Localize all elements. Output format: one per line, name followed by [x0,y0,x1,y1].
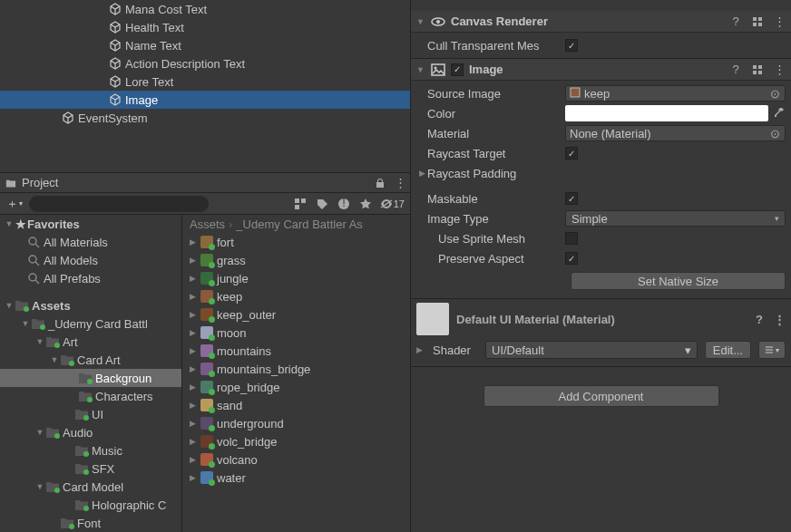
preserve-aspect-checkbox[interactable] [565,252,578,265]
breadcrumb[interactable]: Assets › _Udemy Card Battler As [182,215,410,233]
collapse-icon[interactable]: ▼ [416,17,425,26]
collapse-icon[interactable]: ▼ [416,65,425,74]
tree-folder-item[interactable]: ▼_Udemy Card Battl [0,314,181,333]
context-menu-button[interactable]: ⋮ [392,176,406,190]
expand-icon[interactable]: ▶ [190,455,200,464]
tree-folder-item[interactable]: ▼Audio [0,423,181,441]
hierarchy-item[interactable]: Health Text [0,18,410,36]
image-type-dropdown[interactable]: Simple ▾ [565,210,786,227]
preset-button[interactable] [751,15,764,28]
expand-icon[interactable]: ▶ [190,256,200,265]
asset-item[interactable]: ▶mountains [182,342,410,360]
color-field[interactable] [565,105,768,121]
context-menu-button[interactable]: ⋮ [773,313,786,325]
hierarchy-item[interactable]: Action Description Text [0,54,410,73]
help-button[interactable]: ? [729,15,742,28]
asset-item[interactable]: ▶jungle [182,269,410,287]
tree-folder-item[interactable]: ▼Card Art [0,351,181,369]
expand-icon[interactable]: ▼ [49,355,60,364]
expand-icon[interactable]: ▶ [190,310,200,319]
hierarchy-item[interactable]: Image [0,91,410,109]
asset-item[interactable]: ▶sand [182,396,410,414]
search-by-type-button[interactable] [291,196,309,212]
favorites-item[interactable]: All Prefabs [0,269,181,287]
create-asset-button[interactable]: ＋▾ [4,196,25,212]
hierarchy-item[interactable]: Mana Cost Text [0,0,410,18]
expand-icon[interactable]: ▶ [190,364,200,373]
shader-dropdown[interactable]: UI/Default ▾ [485,341,698,359]
asset-item[interactable]: ▶water [182,469,410,487]
hierarchy-item[interactable]: Lore Text [0,73,410,91]
asset-item[interactable]: ▶fort [182,233,410,251]
expand-icon[interactable]: ▶ [190,401,200,410]
set-native-size-button[interactable]: Set Native Size [571,272,786,290]
tree-folder-item[interactable]: Backgroun [0,369,181,387]
favorites-item[interactable]: All Models [0,251,181,269]
asset-item[interactable]: ▶underground [182,414,410,432]
eyedropper-button[interactable] [771,105,786,121]
asset-item[interactable]: ▶keep [182,287,410,305]
help-button[interactable]: ? [753,313,766,325]
expand-icon[interactable]: ▶ [190,346,200,355]
expand-icon[interactable]: ▶ [190,274,200,283]
asset-item[interactable]: ▶volc_bridge [182,432,410,450]
favorite-search-button[interactable] [356,196,375,212]
expand-icon[interactable]: ▶ [190,328,200,337]
hidden-count-button[interactable]: 17 [378,196,406,212]
save-search-button[interactable]: ! [335,196,353,212]
tree-folder-item[interactable]: SFX [0,459,181,478]
tree-folder-item[interactable]: ▼Art [0,333,181,351]
preset-button[interactable] [751,63,764,76]
expand-icon[interactable]: ▶ [190,292,200,301]
project-search-input[interactable] [29,196,209,212]
asset-item[interactable]: ▶volcano [182,450,410,469]
expand-icon[interactable]: ▼ [34,428,45,437]
expand-icon[interactable]: ▶ [190,382,200,392]
tree-folder-item[interactable]: UI [0,405,181,423]
context-menu-button[interactable]: ⋮ [773,15,786,28]
expand-icon[interactable]: ▶ [416,169,427,178]
edit-shader-button[interactable]: Edit... [705,341,751,359]
shader-list-button[interactable]: ▾ [758,341,786,359]
cull-transparent-checkbox[interactable] [565,39,578,52]
hierarchy-item[interactable]: EventSystem [0,109,410,127]
object-picker-button[interactable]: ⊙ [768,87,781,101]
asset-item[interactable]: ▶moon [182,324,410,342]
help-button[interactable]: ? [729,63,742,76]
use-sprite-mesh-checkbox[interactable] [565,232,578,245]
material-field[interactable]: None (Material) ⊙ [565,125,786,141]
expand-icon[interactable]: ▼ [4,219,15,228]
project-tree[interactable]: ▼ ★ Favorites All MaterialsAll ModelsAll… [0,215,181,532]
expand-icon[interactable]: ▼ [34,482,45,491]
asset-item[interactable]: ▶grass [182,251,410,269]
expand-icon[interactable]: ▶ [190,473,200,482]
tree-folder-item[interactable]: Holographic C [0,496,181,514]
favorites-item[interactable]: All Materials [0,233,181,251]
maskable-checkbox[interactable] [565,192,578,205]
context-menu-button[interactable]: ⋮ [773,63,786,76]
tree-folder-item[interactable]: Music [0,441,181,459]
tree-folder-item[interactable]: Font [0,514,181,532]
image-enabled-checkbox[interactable] [451,63,464,76]
expand-icon[interactable]: ▼ [4,301,15,310]
lock-icon-button[interactable] [372,176,386,190]
add-component-button[interactable]: Add Component [483,385,719,407]
expand-icon[interactable]: ▶ [416,345,425,354]
object-picker-button[interactable]: ⊙ [768,127,781,140]
asset-item[interactable]: ▶keep_outer [182,305,410,324]
expand-icon[interactable]: ▶ [190,419,200,428]
asset-item[interactable]: ▶mountains_bridge [182,360,410,378]
material-preview[interactable] [416,303,449,335]
project-asset-list[interactable]: Assets › _Udemy Card Battler As ▶fort▶gr… [181,215,410,532]
source-image-field[interactable]: keep ⊙ [565,85,786,102]
raycast-target-checkbox[interactable] [565,147,578,160]
tree-folder-item[interactable]: ▼Card Model [0,478,181,496]
expand-icon[interactable]: ▶ [190,237,200,247]
hierarchy-item[interactable]: Name Text [0,36,410,54]
expand-icon[interactable]: ▶ [190,437,200,446]
asset-item[interactable]: ▶rope_bridge [182,378,410,396]
expand-icon[interactable]: ▼ [20,319,31,328]
expand-icon[interactable]: ▼ [34,337,45,346]
search-by-label-button[interactable] [313,196,331,212]
project-header[interactable]: Project ⋮ [0,173,410,193]
